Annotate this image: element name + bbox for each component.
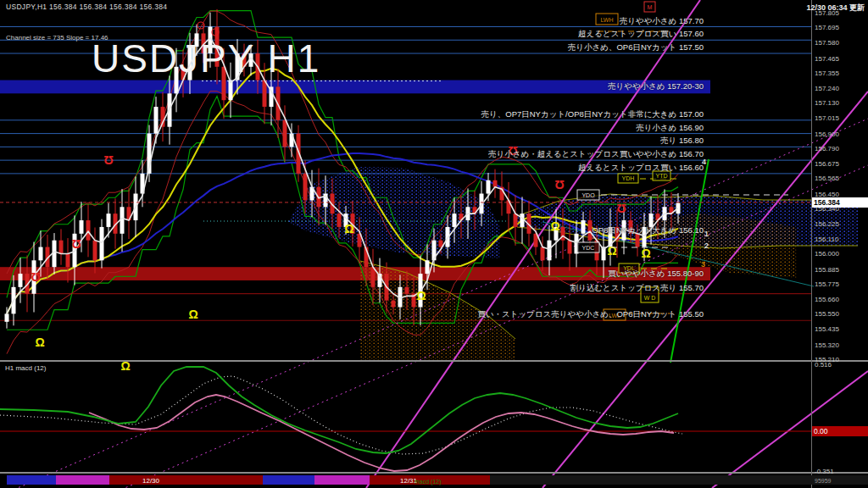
price-tick: 155.320 [815,341,839,349]
trendline-number: 2 [704,241,709,250]
current-price-box: 156.384 [812,197,868,208]
buy-omega-icon: Ω [344,222,353,236]
level-annotation: 買いやや小さめ 155.80-90 [608,269,704,280]
macd-scale-bottom: -0.351 [815,468,834,475]
price-tick: 156.110 [815,236,838,243]
price-tick: 156.900 [815,130,839,138]
watermark: USDJPY H1 [92,36,320,81]
object-box-label: YDC [582,245,595,251]
sell-omega-icon: Ω [71,237,81,251]
session-segment [314,475,370,485]
object-box-label: LWH [600,17,613,23]
price-tick: 156.225 [815,220,839,228]
macd-pane [0,367,811,471]
timeline-extra-label: macd (12) [415,479,442,485]
sell-omega-icon: Ω [31,270,40,284]
session-segment [56,475,109,485]
sell-omega-icon: Ω [554,178,564,191]
macd-corner-value: 95959 [815,478,831,484]
session-segment [7,475,56,485]
symbol-ohlc-readout: USDJPY,H1 156.384 156.384 156.384 156.38… [6,3,167,11]
price-tick: 155.660 [815,296,839,303]
object-box-label: M [648,4,653,10]
price-tick: 155.435 [815,325,839,333]
level-annotation: 超えるとストップロス買い 157.60 [578,29,704,40]
trendline-number: 4 [702,158,706,166]
sell-omega-icon: Ω [616,202,626,215]
date-label: 12/30 [142,477,160,485]
buy-omega-icon: Ω [607,244,616,258]
price-tick: 157.465 [815,55,839,63]
level-annotation: OP8日NYカット大きめ 156.10 [592,225,704,236]
macd-scale-top: 0.516 [815,361,832,369]
price-tick: 156.790 [815,145,839,152]
buy-omega-icon: Ω [188,308,198,321]
level-annotation: 売り小さめ・超えるとストップロス買いやや小さめ 156.70 [488,149,704,160]
price-tick: 157.580 [815,39,839,47]
trendline-number: 3 [701,260,705,269]
macd-pane-label: H1 macd (12) [5,364,46,372]
app-root: ΩΩΩΩΩΩΩΩΩΩΩΩΩΩLWHMYDHYTDYDOYDCYDLW DLWL1… [0,0,868,488]
level-annotation: 超えるとストップロス買い 156.60 [578,163,704,174]
price-tick: 155.775 [815,280,839,288]
price-tick: 157.805 [815,9,839,17]
level-annotation: 売り小さめ、OP6日NYカット 157.50 [568,42,704,53]
level-annotation: 買い・ストップロス売りやや小さめ、OP6日NYカット 155.50 [477,309,704,320]
buy-omega-icon: Ω [416,289,426,302]
price-tick: 155.885 [815,266,839,274]
session-segment [109,475,263,485]
price-tick: 155.550 [815,310,839,318]
buy-omega-icon: Ω [35,336,44,349]
buy-omega-icon: Ω [641,247,650,260]
level-annotation: 売りやや小さめ 157.20-30 [608,81,704,92]
level-annotation: 売り、OP7日NYカット/OP8日NYカット非常に大きめ 157.00 [481,109,704,120]
price-tick: 156.000 [815,250,839,258]
price-tick: 157.695 [815,24,839,31]
object-box-label: W D [644,295,656,301]
price-tick: 157.355 [815,69,839,77]
price-tick: 157.015 [815,114,839,122]
object-box-label: YTD [656,173,668,179]
session-segment [490,475,868,485]
level-annotation: 割り込むとストップロス売り 155.70 [570,283,704,294]
buy-omega-icon: Ω [550,219,559,233]
level-annotation: 売りやや小さめ 157.70 [620,16,704,27]
level-annotation: 売り 156.80 [660,136,704,147]
sell-omega-icon: Ω [103,153,113,167]
object-box-label: YDO [581,192,595,198]
level-annotation: 売り小さめ 156.90 [636,123,704,134]
price-tick: 157.130 [815,99,839,107]
macd-zero-box: 0.00 [812,426,868,436]
price-tick: 156.675 [815,160,839,168]
session-segment [263,475,314,485]
trendline-number: 1 [704,230,709,238]
price-tick: 157.240 [815,85,839,92]
price-axis[interactable]: 157.805157.695157.580157.465157.355157.2… [814,0,868,488]
object-box-label: YDH [622,175,635,181]
price-tick: 156.565 [815,175,839,182]
